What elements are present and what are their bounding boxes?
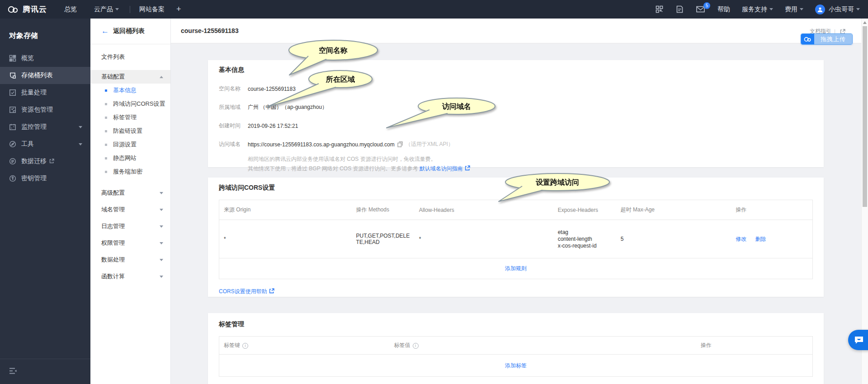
cors-title: 跨域访问CORS设置 xyxy=(219,178,813,192)
delete-link[interactable]: 删除 xyxy=(755,236,766,242)
top-navbar: 腾讯云 总览 云产品 网站备案 + 5 帮助 服务支持 费用 小虫哥哥 xyxy=(0,0,868,19)
subnav-section-logs[interactable]: 日志管理 xyxy=(90,220,170,233)
bullet xyxy=(105,130,107,132)
subnav-section-data-processing[interactable]: 数据处理 xyxy=(90,253,170,267)
nav-overview[interactable]: 总览 xyxy=(64,5,77,14)
page: 腾讯云 总览 云产品 网站备案 + 5 帮助 服务支持 费用 小虫哥哥 xyxy=(0,0,868,384)
sidebar-item-bucket-list[interactable]: 存储桶列表 xyxy=(0,67,90,84)
external-link-icon xyxy=(269,288,274,294)
sidebar-item-overview[interactable]: 概览 xyxy=(0,50,90,67)
page-scrollbar[interactable] xyxy=(861,19,868,384)
info-icon[interactable]: i xyxy=(413,343,419,349)
bullet xyxy=(105,103,107,105)
tags-card: 标签管理 标签键i 标签值i 操作 添加标签 标签管理使用帮助 xyxy=(208,313,824,384)
copy-icon[interactable] xyxy=(397,141,403,147)
nav-products[interactable]: 云产品 xyxy=(94,5,119,14)
domain-suffix: （适用于XML API） xyxy=(406,140,453,148)
grid-icon xyxy=(9,55,16,62)
bullet xyxy=(105,171,107,173)
bullet xyxy=(105,144,107,146)
product-title: 对象存储 xyxy=(0,19,90,50)
nav-support[interactable]: 服务支持 xyxy=(742,5,773,14)
modify-link[interactable]: 修改 xyxy=(736,236,746,242)
sidebar-item-batch[interactable]: 批量处理 xyxy=(0,84,90,101)
chat-button[interactable] xyxy=(848,330,868,350)
chevron-down-icon xyxy=(800,8,803,10)
allow-headers-cell: * xyxy=(415,236,553,242)
topnav-right: 5 帮助 服务支持 费用 小虫哥哥 xyxy=(656,5,868,14)
subnav-item-hotlink[interactable]: 防盗链设置 xyxy=(90,124,170,138)
cors-add-row: 添加规则 xyxy=(219,258,812,279)
qr-code-icon[interactable] xyxy=(656,5,663,13)
add-rule-link[interactable]: 添加规则 xyxy=(505,265,527,272)
nav-billing[interactable]: 费用 xyxy=(785,5,803,14)
sidebar-footer xyxy=(0,359,90,384)
subnav-section-domain[interactable]: 域名管理 xyxy=(90,203,170,216)
subnav-item-origin-pull[interactable]: 回源设置 xyxy=(90,138,170,151)
add-tag-link[interactable]: 添加标签 xyxy=(505,362,527,370)
calendar-icon xyxy=(9,123,16,131)
subnav-section-advanced[interactable]: 高级配置 xyxy=(90,186,170,200)
external-link-icon xyxy=(465,165,470,171)
row-access-domain: 访问域名 https://course-1255691183.cos.ap-gu… xyxy=(219,140,813,148)
nav-help[interactable]: 帮助 xyxy=(717,5,730,14)
basic-info-title: 基本信息 xyxy=(219,60,813,74)
cloud-logo-icon xyxy=(7,5,19,14)
subnav-item-basic-info[interactable]: 基本信息 xyxy=(90,84,170,97)
nav-user-menu[interactable]: 小虫哥哥 xyxy=(829,5,860,14)
subnav-item-sse[interactable]: 服务端加密 xyxy=(90,165,170,178)
subnav-section-basic-config[interactable]: 基础配置 xyxy=(90,70,170,84)
sidebar-item-monitoring[interactable]: 监控管理 xyxy=(0,118,90,136)
migration-icon xyxy=(9,158,16,165)
scroll-up-arrow[interactable] xyxy=(863,21,867,24)
avatar[interactable] xyxy=(815,5,825,14)
subnav-section-scf[interactable]: 函数计算 xyxy=(90,270,170,283)
sidebar-item-data-migration[interactable]: 数据迁移 xyxy=(0,153,90,170)
bucket-list-icon xyxy=(9,72,16,79)
actions-cell: 修改 删除 xyxy=(731,235,812,243)
bullet xyxy=(105,157,107,159)
basic-info-card: 基本信息 空间名称 course-1255691183 所属地域 广州 （中国）… xyxy=(208,60,824,167)
chevron-down-icon xyxy=(160,242,163,244)
subnav-item-static-site[interactable]: 静态网站 xyxy=(90,151,170,165)
nav-divider xyxy=(130,6,130,13)
chevron-down-icon xyxy=(115,8,119,10)
tencent-cloud-logo[interactable]: 腾讯云 xyxy=(7,4,47,14)
sidebar-item-tools[interactable]: 工具 xyxy=(0,136,90,153)
chevron-down-icon xyxy=(856,8,860,10)
chevron-down-icon xyxy=(769,8,773,10)
chevron-down-icon xyxy=(160,259,163,261)
chevron-down-icon xyxy=(160,225,163,228)
mail-icon[interactable]: 5 xyxy=(696,6,705,13)
domain-note: 相同地区的腾讯云内部业务使用该域名对 COS 资源进行访问时，免收流量费。 其他… xyxy=(248,155,813,173)
subnav-item-file-list[interactable]: 文件列表 xyxy=(90,47,170,67)
cors-help-link[interactable]: CORS设置使用帮助 xyxy=(219,288,274,295)
main-area: course-1255691183 文档指引| 拖拽上传 基本信息 空间名称 c… xyxy=(171,19,868,384)
row-create-time: 创建时间 2019-09-26 17:52:21 xyxy=(219,122,813,130)
tags-table-header: 标签键i 标签值i 操作 xyxy=(219,337,812,355)
chevron-down-icon xyxy=(160,276,163,278)
drag-upload-widget[interactable]: 拖拽上传 xyxy=(801,33,853,45)
scrollbar-thumb[interactable] xyxy=(863,26,867,207)
row-region: 所属地域 广州 （中国）（ap-guangzhou） xyxy=(219,103,813,111)
sidebar-item-resource-pack[interactable]: 资源包管理 xyxy=(0,101,90,118)
sidebar-item-key-management[interactable]: 密钥管理 xyxy=(0,170,90,187)
content: 基本信息 空间名称 course-1255691183 所属地域 广州 （中国）… xyxy=(171,43,861,384)
nav-icp[interactable]: 网站备案 xyxy=(139,5,165,14)
chat-bubble-icon xyxy=(854,336,864,345)
product-sidebar: 对象存储 概览 存储桶列表 批量处理 资源包管理 监控管理 工具 xyxy=(0,19,90,384)
collapse-sidebar-icon[interactable] xyxy=(9,368,17,376)
subnav-item-tags[interactable]: 标签管理 xyxy=(90,111,170,124)
default-domain-guide-link[interactable]: 默认域名访问指南 xyxy=(420,165,463,172)
bucket-title: course-1255691183 xyxy=(181,27,239,34)
subnav-item-cors[interactable]: 跨域访问CORS设置 xyxy=(90,97,170,111)
back-to-bucket-list[interactable]: ← 返回桶列表 xyxy=(90,19,170,44)
nav-add-tab-button[interactable]: + xyxy=(176,5,181,14)
cors-table-header: 来源 Origin 操作 Methods Allow-Headers Expos… xyxy=(219,200,812,220)
subnav-section-permissions[interactable]: 权限管理 xyxy=(90,236,170,250)
chevron-up-icon xyxy=(160,76,163,78)
bullet xyxy=(105,117,107,119)
info-icon[interactable]: i xyxy=(242,343,248,349)
cloud-logo-icon xyxy=(801,34,814,44)
document-icon[interactable] xyxy=(676,5,684,13)
